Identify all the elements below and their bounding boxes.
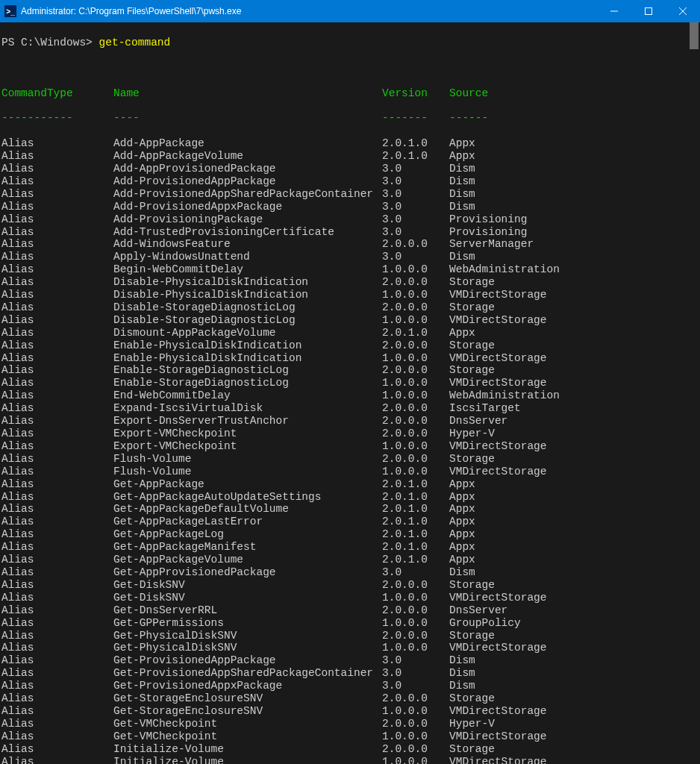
table-row: AliasExpand-IscsiVirtualDisk2.0.0.0Iscsi… — [1, 402, 699, 415]
cell-commandtype: Alias — [1, 743, 113, 756]
cell-version: 1.0.0.0 — [382, 730, 449, 743]
cell-commandtype: Alias — [1, 756, 113, 764]
table-row: AliasEnable-StorageDiagnosticLog2.0.0.0S… — [1, 364, 699, 377]
minimize-button[interactable] — [597, 0, 631, 22]
header-name: Name — [113, 87, 382, 100]
cell-commandtype: Alias — [1, 201, 113, 213]
cell-version: 2.0.1.0 — [382, 150, 449, 163]
cell-name: Get-AppPackageLastError — [113, 516, 382, 528]
cell-name: Add-AppPackageVolume — [113, 150, 382, 163]
table-row: AliasGet-AppPackageManifest2.0.1.0Appx — [1, 541, 699, 554]
vertical-scrollbar[interactable] — [688, 22, 700, 764]
cell-commandtype: Alias — [1, 579, 113, 592]
scrollbar-thumb[interactable] — [690, 22, 699, 49]
cell-source: Storage — [449, 276, 495, 289]
cell-source: IscsiTarget — [449, 402, 521, 415]
blank-line — [1, 62, 699, 75]
table-row: AliasGet-ProvisionedAppxPackage3.0Dism — [1, 680, 699, 692]
cell-source: DnsServer — [449, 604, 507, 617]
maximize-icon — [645, 7, 652, 15]
cell-source: Appx — [449, 137, 475, 150]
cell-source: Appx — [449, 478, 475, 491]
cell-version: 3.0 — [382, 188, 449, 201]
cell-commandtype: Alias — [1, 667, 113, 680]
cell-name: Flush-Volume — [113, 466, 382, 478]
cell-version: 1.0.0.0 — [382, 705, 449, 718]
prompt-path: PS C:\Windows> — [1, 37, 93, 48]
cell-name: Get-ProvisionedAppPackage — [113, 654, 382, 667]
cell-name: Add-AppPackage — [113, 137, 382, 150]
cell-name: Add-ProvisionedAppSharedPackageContainer — [113, 188, 382, 201]
cell-version: 3.0 — [382, 213, 449, 226]
cell-source: Storage — [449, 579, 495, 592]
header-version: Version — [382, 87, 449, 100]
table-row: AliasGet-ProvisionedAppSharedPackageCont… — [1, 667, 699, 680]
cell-commandtype: Alias — [1, 718, 113, 730]
titlebar-controls — [597, 0, 700, 22]
cell-source: VMDirectStorage — [449, 642, 547, 654]
cell-source: Appx — [449, 150, 475, 163]
cell-version: 2.0.0.0 — [382, 604, 449, 617]
cell-source: Storage — [449, 453, 495, 466]
table-row: AliasExport-DnsServerTrustAnchor2.0.0.0D… — [1, 415, 699, 428]
dash-source: ------ — [449, 112, 488, 125]
close-button[interactable] — [666, 0, 700, 22]
cell-name: Initialize-Volume — [113, 756, 382, 764]
prompt-command: get-command — [99, 37, 171, 48]
cell-name: Get-AppPackage — [113, 478, 382, 491]
cell-name: Disable-PhysicalDiskIndication — [113, 276, 382, 289]
cell-version: 2.0.1.0 — [382, 478, 449, 491]
cell-source: Storage — [449, 692, 495, 705]
cell-name: Add-WindowsFeature — [113, 238, 382, 251]
table-row: AliasInitialize-Volume2.0.0.0Storage — [1, 743, 699, 756]
table-row: AliasAdd-ProvisionedAppSharedPackageCont… — [1, 188, 699, 201]
cell-version: 2.0.1.0 — [382, 137, 449, 150]
table-row: AliasEnable-StorageDiagnosticLog1.0.0.0V… — [1, 377, 699, 389]
cell-commandtype: Alias — [1, 276, 113, 289]
cell-commandtype: Alias — [1, 251, 113, 263]
cell-version: 1.0.0.0 — [382, 389, 449, 402]
cell-commandtype: Alias — [1, 440, 113, 453]
close-icon — [679, 7, 687, 15]
svg-rect-1 — [646, 8, 652, 15]
cell-name: Dismount-AppPackageVolume — [113, 327, 382, 339]
cell-source: VMDirectStorage — [449, 705, 547, 718]
table-row: AliasAdd-ProvisioningPackage3.0Provision… — [1, 213, 699, 226]
cell-commandtype: Alias — [1, 692, 113, 705]
cell-name: Get-AppPackageVolume — [113, 554, 382, 566]
cell-version: 2.0.1.0 — [382, 516, 449, 528]
cell-version: 2.0.1.0 — [382, 327, 449, 339]
maximize-button[interactable] — [631, 0, 666, 22]
table-row: AliasAdd-AppPackage2.0.1.0Appx — [1, 137, 699, 150]
cell-source: VMDirectStorage — [449, 730, 547, 743]
cell-source: VMDirectStorage — [449, 440, 547, 453]
table-row: AliasGet-AppPackageVolume2.0.1.0Appx — [1, 554, 699, 566]
cell-source: Provisioning — [449, 213, 527, 226]
table-row: AliasDisable-StorageDiagnosticLog1.0.0.0… — [1, 314, 699, 327]
cell-commandtype: Alias — [1, 491, 113, 504]
cell-commandtype: Alias — [1, 163, 113, 175]
table-row: AliasBegin-WebCommitDelay1.0.0.0WebAdmin… — [1, 263, 699, 276]
table-row: AliasDisable-PhysicalDiskIndication1.0.0… — [1, 289, 699, 301]
cell-commandtype: Alias — [1, 364, 113, 377]
cell-source: Storage — [449, 743, 495, 756]
table-row: AliasFlush-Volume2.0.0.0Storage — [1, 453, 699, 466]
cell-commandtype: Alias — [1, 466, 113, 478]
cell-version: 1.0.0.0 — [382, 289, 449, 301]
cell-source: WebAdministration — [449, 389, 560, 402]
cell-name: Add-ProvisionedAppPackage — [113, 175, 382, 188]
cell-version: 2.0.0.0 — [382, 579, 449, 592]
cell-source: GroupPolicy — [449, 617, 521, 630]
terminal-area[interactable]: PS C:\Windows> get-command CommandTypeNa… — [0, 22, 700, 764]
cell-source: Dism — [449, 654, 475, 667]
table-row: AliasDisable-PhysicalDiskIndication2.0.0… — [1, 276, 699, 289]
cell-version: 3.0 — [382, 201, 449, 213]
cell-version: 2.0.1.0 — [382, 528, 449, 541]
cell-version: 2.0.1.0 — [382, 491, 449, 504]
cell-source: VMDirectStorage — [449, 352, 547, 365]
cell-source: VMDirectStorage — [449, 756, 547, 764]
table-row: AliasGet-PhysicalDiskSNV1.0.0.0VMDirectS… — [1, 642, 699, 654]
cell-version: 1.0.0.0 — [382, 352, 449, 365]
table-row: AliasGet-DnsServerRRL2.0.0.0DnsServer — [1, 604, 699, 617]
cell-name: Get-AppPackageLog — [113, 528, 382, 541]
